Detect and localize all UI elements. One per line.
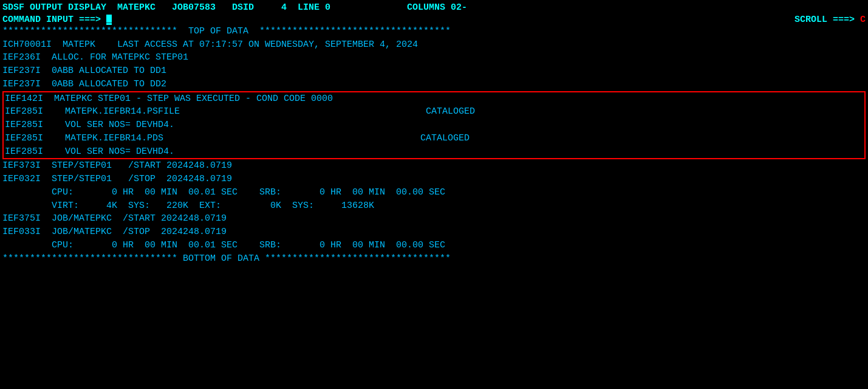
scroll-label: SCROLL ===> C: [795, 15, 866, 25]
command-input-label: COMMAND INPUT ===> _: [2, 15, 112, 25]
command-row: COMMAND INPUT ===> _ SCROLL ===> C: [2, 15, 866, 25]
line-ief237i-dd1: IEF237I 0ABB ALLOCATED TO DD1: [2, 64, 866, 78]
line-ief032i: IEF032I STEP/STEP01 /STOP 2024248.0719: [2, 173, 866, 186]
stars-bottom: ******************************** BOTTOM …: [2, 252, 866, 266]
line-ief285i-pds: IEF285I MATEPK.IEFBR14.PDS CATALOGED: [5, 132, 863, 145]
line-cpu1: CPU: 0 HR 00 MIN 00.01 SEC SRB: 0 HR 00 …: [2, 186, 866, 199]
stars-top: ******************************** TOP OF …: [2, 25, 866, 38]
line-ief285i-volser1: IEF285I VOL SER NOS= DEVHD4.: [5, 119, 863, 132]
line-ief142i: IEF142I MATEPKC STEP01 - STEP WAS EXECUT…: [5, 92, 863, 106]
line-ief285i-psfile: IEF285I MATEPK.IEFBR14.PSFILE CATALOGED: [5, 105, 863, 119]
terminal-screen: SDSF OUTPUT DISPLAY MATEPKC JOB07583 DSI…: [0, 0, 868, 389]
line-ief285i-volser2: IEF285I VOL SER NOS= DEVHD4.: [5, 145, 863, 159]
line-ich70001i: ICH70001I MATEPK LAST ACCESS AT 07:17:57…: [2, 38, 866, 52]
cursor[interactable]: _: [106, 15, 112, 25]
scroll-value: C: [860, 15, 866, 25]
line-ief033i: IEF033I JOB/MATEPKC /STOP 2024248.0719: [2, 225, 866, 239]
line-ief373i: IEF373I STEP/STEP01 /START 2024248.0719: [2, 159, 866, 173]
line-cpu2: CPU: 0 HR 00 MIN 00.01 SEC SRB: 0 HR 00 …: [2, 239, 866, 252]
line-ief237i-dd2: IEF237I 0ABB ALLOCATED TO DD2: [2, 78, 866, 91]
highlighted-block: IEF142I MATEPKC STEP01 - STEP WAS EXECUT…: [2, 91, 866, 160]
line-ief375i: IEF375I JOB/MATEPKC /START 2024248.0719: [2, 212, 866, 225]
line-virt: VIRT: 4K SYS: 220K EXT: 0K SYS: 13628K: [2, 199, 866, 213]
line-ief236i: IEF236I ALLOC. FOR MATEPKC STEP01: [2, 51, 866, 64]
header-title: SDSF OUTPUT DISPLAY MATEPKC JOB07583 DSI…: [2, 1, 866, 15]
